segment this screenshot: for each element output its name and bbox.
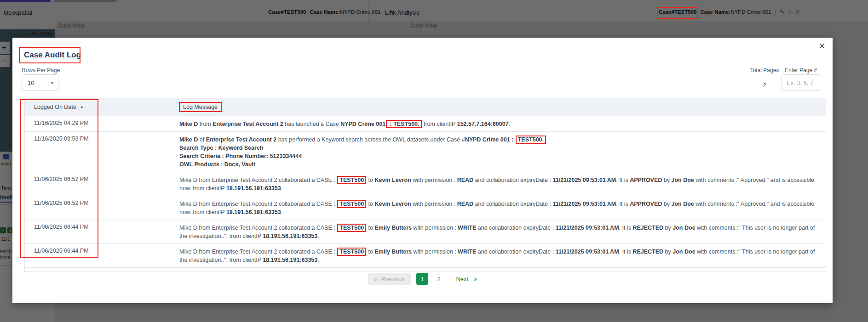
chevron-down-icon: ▾ <box>51 80 53 85</box>
log-message-cell: Mike D from Enterprise Test Account 2 ha… <box>157 116 826 131</box>
audit-log-table: Logged On Date ▲ Log Message 11/16/2025 … <box>24 98 826 272</box>
column-header-logged-on-date[interactable]: Logged On Date ▲ <box>25 104 157 110</box>
table-header: Logged On Date ▲ Log Message <box>25 98 826 116</box>
logged-on-date-cell: 11/16/2025 03:53 PM <box>25 132 157 172</box>
next-page-button[interactable]: Next <box>456 276 468 282</box>
log-message-cell: Mike D of Enterprise Test Account 2 has … <box>157 132 826 172</box>
logged-on-date-cell: 11/06/2025 06:44 PM <box>25 244 157 267</box>
table-row: 11/16/2025 03:53 PMMike D of Enterprise … <box>25 132 826 172</box>
annotation-test500-box: TEST500 <box>337 176 366 184</box>
annotation-test500-box: TEST500. <box>516 136 546 144</box>
rows-per-page-label: Rows Per Page <box>22 67 60 73</box>
table-row: 11/06/2025 06:44 PMMike D from Enterpris… <box>25 244 826 268</box>
page-buttons: 12 <box>416 273 445 285</box>
log-message-cell: Mike D from Enterprise Test Account 2 co… <box>157 196 826 220</box>
column-header-log-message[interactable]: Log Message <box>157 104 826 110</box>
sort-ascending-icon: ▲ <box>80 105 84 109</box>
close-icon[interactable]: × <box>819 40 825 51</box>
log-message-cell: Mike D from Enterprise Test Account 2 co… <box>157 172 826 196</box>
annotation-log-message-box: Log Message <box>179 102 222 112</box>
table-row: 11/06/2025 06:44 PMMike D from Enterpris… <box>25 220 826 244</box>
logged-on-date-cell: 11/16/2025 04:29 PM <box>25 116 157 131</box>
previous-page-button[interactable]: « Previous <box>368 273 411 285</box>
pagination: « Previous 12 Next » <box>12 273 833 285</box>
annotation-test500-box: TEST500 <box>337 200 366 208</box>
logged-on-date-cell: 11/06/2025 06:52 PM <box>25 196 157 220</box>
total-pages-label: Total Pages <box>746 67 783 73</box>
table-row: 11/16/2025 04:29 PMMike D from Enterpris… <box>25 116 826 132</box>
logged-on-date-cell: 11/06/2025 06:44 PM <box>25 220 157 243</box>
modal-title: Case Audit Log <box>24 51 81 60</box>
rows-per-page-select[interactable]: 10 ▾ <box>22 74 58 91</box>
next-arrow-icon[interactable]: » <box>474 276 477 282</box>
audit-table-body: 11/16/2025 04:29 PMMike D from Enterpris… <box>25 116 826 268</box>
case-audit-log-modal: × Case Audit Log Rows Per Page 10 ▾ Tota… <box>12 38 833 303</box>
partial-row <box>25 268 826 272</box>
page-button-1[interactable]: 1 <box>416 273 428 285</box>
annotation-test500-box: TEST500 <box>337 224 366 232</box>
page-button-2[interactable]: 2 <box>433 273 445 285</box>
logged-on-date-cell: 11/06/2025 06:52 PM <box>25 172 157 196</box>
table-row: 11/06/2025 06:52 PMMike D from Enterpris… <box>25 196 826 220</box>
annotation-test500-box: TEST500 <box>337 248 366 256</box>
log-message-cell: Mike D from Enterprise Test Account 2 co… <box>157 244 826 267</box>
page-number-input[interactable] <box>782 74 820 91</box>
table-row: 11/06/2025 06:52 PMMike D from Enterpris… <box>25 172 826 196</box>
total-pages-value: 2 <box>746 82 783 89</box>
screen: Geospatial Case#TEST500 Case Name:NYPD C… <box>0 0 868 322</box>
log-message-cell: Mike D from Enterprise Test Account 2 co… <box>157 220 826 243</box>
previous-arrow-icon: « <box>374 276 378 282</box>
annotation-test500-box: : TEST500. <box>386 120 421 128</box>
enter-page-label: Enter Page # <box>782 67 820 73</box>
